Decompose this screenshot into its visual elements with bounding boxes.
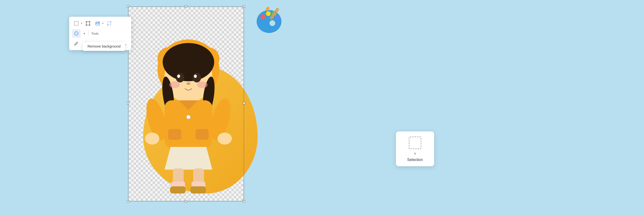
image-tools-chevron: ▼ xyxy=(102,22,104,25)
handle-top-right[interactable] xyxy=(243,5,245,8)
tools-label: Tools xyxy=(90,32,100,35)
svg-rect-35 xyxy=(89,25,90,26)
handle-mid-right[interactable] xyxy=(243,102,245,104)
svg-rect-30 xyxy=(74,22,78,25)
svg-rect-33 xyxy=(89,21,90,22)
selection-label: Selection xyxy=(407,158,423,162)
svg-rect-34 xyxy=(86,25,87,26)
handle-mid-left[interactable] xyxy=(127,102,129,104)
selection-panel: ∨ Selection xyxy=(396,131,434,166)
svg-point-13 xyxy=(169,81,180,88)
remove-bg-tooltip: Remove background xyxy=(83,42,125,51)
svg-point-37 xyxy=(96,23,97,23)
character-figure xyxy=(136,14,241,203)
remove-bg-icon xyxy=(74,31,79,36)
handle-bot-left[interactable] xyxy=(127,200,129,202)
svg-rect-19 xyxy=(196,129,209,140)
svg-point-51 xyxy=(260,14,265,19)
toolbar-divider xyxy=(88,30,88,37)
svg-point-17 xyxy=(186,115,190,119)
svg-rect-38 xyxy=(108,22,111,25)
svg-rect-29 xyxy=(190,186,206,193)
bg-tools-chevron-button[interactable]: ◀ xyxy=(82,29,86,38)
svg-point-9 xyxy=(176,73,184,82)
svg-point-50 xyxy=(270,20,275,26)
svg-rect-28 xyxy=(170,186,186,193)
handle-top-center[interactable] xyxy=(185,5,187,8)
remove-bg-button[interactable] xyxy=(72,29,80,38)
handle-bot-center[interactable] xyxy=(185,200,187,202)
expand-button[interactable] xyxy=(105,19,114,28)
transform-icon xyxy=(86,21,90,26)
paint-palette-icon xyxy=(255,6,284,35)
svg-point-14 xyxy=(197,81,208,88)
svg-point-11 xyxy=(177,75,180,78)
transform-button[interactable] xyxy=(84,19,92,28)
svg-point-12 xyxy=(194,75,197,78)
image-tools-icon xyxy=(95,21,100,26)
palette-svg xyxy=(255,6,284,35)
svg-point-6 xyxy=(163,43,214,81)
svg-point-22 xyxy=(145,133,159,144)
svg-point-54 xyxy=(276,16,280,20)
handle-top-left[interactable] xyxy=(127,5,129,8)
svg-rect-18 xyxy=(168,129,181,140)
svg-point-40 xyxy=(76,33,77,34)
svg-point-23 xyxy=(218,133,232,144)
pencil-button[interactable] xyxy=(72,39,80,48)
selection-chevron: ∨ xyxy=(414,151,416,155)
svg-rect-32 xyxy=(86,21,87,22)
svg-point-15 xyxy=(186,82,190,85)
svg-rect-31 xyxy=(86,22,90,25)
handle-bot-right[interactable] xyxy=(243,200,245,202)
select-rect-icon xyxy=(74,21,79,26)
svg-point-52 xyxy=(266,11,271,16)
svg-point-10 xyxy=(192,73,201,82)
pencil-icon xyxy=(74,41,79,46)
select-chevron: ▼ xyxy=(80,22,83,25)
image-tools-button[interactable] xyxy=(93,19,102,28)
remove-bg-tooltip-text: Remove background xyxy=(88,44,120,48)
selection-rect-icon xyxy=(409,137,421,149)
expand-icon xyxy=(107,21,112,26)
select-rect-button[interactable] xyxy=(72,19,80,28)
